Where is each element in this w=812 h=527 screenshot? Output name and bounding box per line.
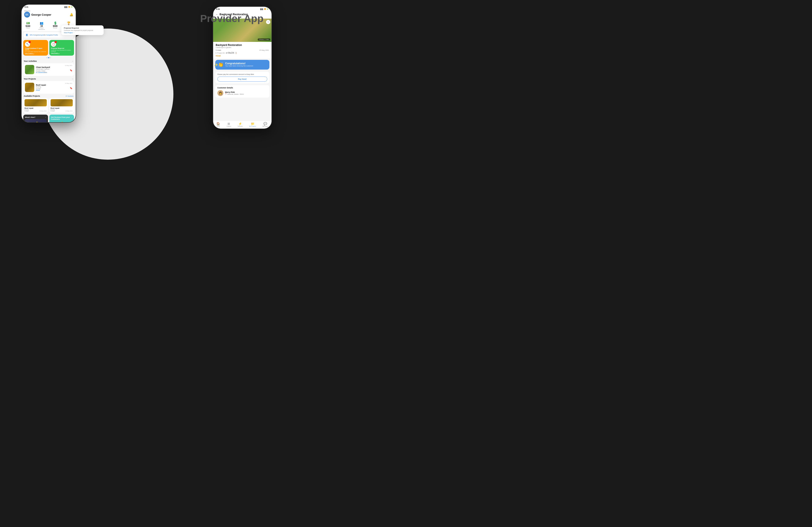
stat-earned-value: $590 [53,25,58,27]
stat-saved-value: $160 [26,25,30,27]
float-notif-title: Proposal Required [64,27,101,29]
avail-card-1[interactable]: Roof repair Roofing 5 chats 15 May 2021 [23,98,48,113]
user-row: GC George Cooper 🔔 [24,12,73,17]
signal-icon-right: ▌▌▌ [260,9,263,10]
pay-now-button[interactable]: Pay Now! [217,76,267,82]
stat-interactions-value: 19 [38,25,45,27]
activity-status-clean: In Conversation [36,72,72,73]
project-meta-roof: 5 chats [36,88,72,89]
float-notif-link[interactable]: View Project → [64,32,101,33]
nav-home[interactable]: 🏠 Home [216,122,220,127]
room-image: 🛋️ [25,119,46,122]
activity-meta-clean: 5 chats 4 Bids [36,70,72,72]
project-id-label: Project ID: [217,52,225,54]
nav-projects[interactable]: ⊞ Projects [227,122,231,127]
customer-row: 👩 Merry Pink 📍 Akiachak, Alaska · 99441 [217,90,267,96]
customer-info: Merry Pink 📍 Akiachak, Alaska · 99441 [225,91,244,95]
bookmark-icon-roof[interactable]: 🔖 [70,87,72,89]
notif-card-green[interactable]: 📋 1 Proposal Required Customer has reque… [49,40,74,56]
available-cards-row: Roof repair Roofing 5 chats 15 May 2021 … [21,98,76,113]
nav-projects-label: Projects [227,126,231,127]
promo-card-whats-new[interactable]: → What's New? 🛋️ [23,115,48,122]
avail-card-2[interactable]: Roof repair Roofing 5 chats 15 May 2021 [49,98,74,113]
float-notif-desc: Customer has requested for project propo… [64,30,101,31]
wifi-icon: 📶 [68,6,70,8]
project-stats-row: 5 chats 15 May 2021 [216,49,269,51]
floating-notification: Proposal Required Customer has requested… [61,25,104,35]
profile-icon: 👤 [25,33,29,36]
project-card-roof[interactable]: Roof repair Roofing 5 chats Hired 15 May… [23,81,74,94]
avail-date-1: 15 May 2021 [39,111,47,112]
home-icon: 🏠 [216,122,220,126]
stat-interactions: 👥 19 ProjectInteractions [38,21,45,30]
bookmark-icon-clean[interactable]: 🔖 [70,69,72,72]
project-date: 15 May 2021 [259,49,269,51]
project-details: Backyard Restoration Landscape & garden … [213,42,272,59]
nav-my-projects-label: My Projects [249,126,256,127]
dot-2 [48,57,49,58]
available-projects-header: Available Projects 67 Available [21,94,76,98]
project-thumb-roof [25,83,34,92]
location-icon: 📍 [225,93,227,95]
avail-thumb-1 [25,99,47,106]
battery-icon: 🔋 [71,6,73,8]
status-bar-right: 9:41 ▌▌▌ 📶 🔋 [213,7,272,11]
notif-green-title: Proposal Required [51,47,72,49]
status-time-left: 9:41 [25,6,28,8]
nav-activities-label: Activities [238,126,243,127]
customer-header: Customer Details [217,87,267,89]
projects-icon: ⊞ [228,122,230,126]
bell-icon[interactable]: 🔔 [70,13,73,16]
document-icon: 📋 1 [51,42,56,47]
nav-messages[interactable]: 💬 Messages [262,122,268,127]
page-dots [21,57,76,59]
stat-interactions-label: ProjectInteractions [38,27,45,30]
congrats-desc: You have been hired by the customer. [225,65,267,67]
nav-activities[interactable]: ⚡ Activities [238,122,243,127]
project-thumb-img-roof [25,83,34,92]
status-time-right: 9:41 [216,8,220,10]
stat-saved-label: Saved [26,27,30,29]
status-bar-left: 9:41 ▌▌▌ 📶 🔋 [21,5,76,9]
welcome-text: Welcome [24,10,73,12]
projects-arrow[interactable]: → [71,78,74,80]
money-icon: 💵 [26,21,30,25]
congrats-icon: 👏 [218,62,223,68]
activities-arrow[interactable]: → [71,60,74,62]
projects-section-header: Your Projects → [21,76,76,80]
complete-profile-link[interactable]: Complete Profile [46,34,58,36]
project-category: Landscape & garden [216,46,269,48]
project-info-roof: Roof repair Roofing 5 chats Hired [36,84,72,91]
project-subtitle-roof: Roofing [36,86,72,88]
stat-saved: 💵 $160 Saved [26,21,30,30]
notif-orange-title: Congratulations! Project name... [25,47,46,50]
customer-section: Customer Details 👩 Merry Pink 📍 Akiachak… [215,85,270,98]
copy-icon[interactable]: 📋 [235,52,237,54]
congrats-banner: ✨ 👏 Congratulations! You have been hired… [215,60,270,70]
view-projects-link[interactable]: View Projects → [25,53,46,54]
congrats-title: Congratulations! [225,62,267,65]
nav-messages-label: Messages [262,126,268,127]
avail-title-2: Roof repair [50,107,73,109]
promo-card-reviews[interactable]: → Get Reviews From your Customers 👍 [49,115,74,122]
badge-count-green: 1 [55,41,57,43]
heart-button[interactable]: ♡ [266,20,270,24]
promo-title-2: Get Reviews From your Customers [51,116,72,120]
available-count[interactable]: 67 Available [66,96,74,97]
bottom-navigation: 🏠 Home ⊞ Projects ⚡ Activities 📁 My Proj… [213,120,272,129]
activities-title: Your Activities [24,60,37,62]
wifi-icon-right: 📶 [264,8,266,10]
avail-date-2: 15 May 2021 [66,111,73,112]
notif-card-orange[interactable]: 🔧 1 Congratulations! Project name... You… [23,40,48,56]
notification-cards-row: 🔧 1 Congratulations! Project name... You… [21,39,76,57]
activity-card-clean-backyard[interactable]: Clean backyard Landscape & garden 5 chat… [23,63,74,76]
customer-name: Merry Pink [225,91,244,93]
activities-section-header: Your Activities → [21,59,76,63]
project-id-row: ℹ Project ID: er34a234 📋 [216,52,269,54]
nav-my-projects[interactable]: 📁 My Projects [249,122,256,127]
activity-info-clean: Clean backyard Landscape & garden 5 chat… [36,66,72,73]
location-text: Akiachak, Alaska · 99441 [227,93,244,95]
nav-home-label: Home [217,126,220,127]
project-date-roof: 15 May 2021 [65,83,72,84]
view-project-link[interactable]: View Project → [51,53,72,54]
